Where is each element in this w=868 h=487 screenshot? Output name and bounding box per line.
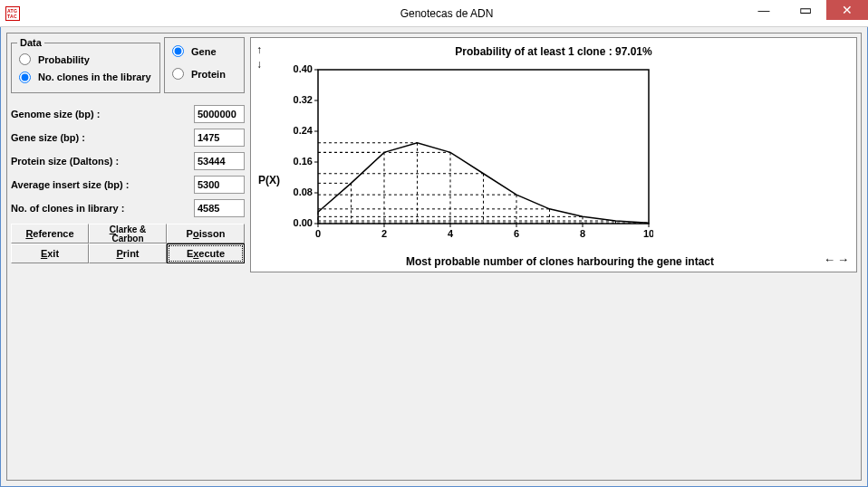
chart-title: Probability of at least 1 clone : 97.01% — [251, 45, 856, 58]
radio-protein-input[interactable] — [172, 68, 184, 80]
window-controls: — ▭ ✕ — [743, 0, 868, 20]
radio-probability[interactable]: Probability — [17, 52, 154, 67]
window-title: Genotecas de ADN — [25, 7, 868, 20]
no-clones-input[interactable] — [194, 199, 245, 217]
execute-button[interactable]: Execute — [167, 244, 245, 263]
close-button[interactable]: ✕ — [826, 0, 868, 20]
x-arrows[interactable]: ← → — [824, 253, 849, 266]
radio-gene[interactable]: Gene — [170, 43, 238, 59]
exit-button[interactable]: Exit — [11, 244, 89, 263]
arrow-left-icon[interactable]: ← — [824, 253, 835, 266]
radio-probability-input[interactable] — [19, 53, 31, 65]
svg-text:4: 4 — [448, 228, 454, 239]
x-axis-label: Most probable number of clones harbourin… — [291, 256, 829, 268]
titlebar: Genotecas de ADN — ▭ ✕ — [0, 0, 868, 27]
radio-no-clones[interactable]: No. clones in the library — [17, 67, 154, 87]
field-gene-size: Gene size (bp) : — [11, 126, 245, 149]
arrow-down-icon[interactable]: ↓ — [256, 58, 262, 71]
svg-text:8: 8 — [580, 228, 585, 239]
chart-plot: 0.000.080.160.240.320.400246810 — [291, 65, 653, 242]
radio-gene-input[interactable] — [172, 45, 184, 57]
maximize-button[interactable]: ▭ — [785, 0, 826, 20]
data-legend: Data — [17, 37, 44, 48]
radio-protein-label: Protein — [191, 69, 226, 80]
svg-text:10: 10 — [643, 228, 653, 239]
clarke-carbon-button[interactable]: Clarke &Carbon — [89, 224, 167, 244]
chart-panel: ↑ ↓ Probability of at least 1 clone : 97… — [250, 37, 857, 272]
genome-size-input[interactable] — [194, 105, 245, 123]
app-icon — [5, 6, 20, 21]
svg-text:6: 6 — [514, 228, 519, 239]
field-no-clones: No. of clones in library : — [11, 196, 245, 220]
inner-panel: Data Probability No. clones in the libra… — [6, 33, 862, 481]
radio-no-clones-label: No. clones in the library — [38, 72, 151, 82]
svg-text:0.24: 0.24 — [294, 125, 313, 136]
svg-text:0: 0 — [315, 228, 321, 239]
minimize-button[interactable]: — — [743, 0, 785, 20]
radio-protein[interactable]: Protein — [170, 66, 238, 81]
protein-size-label: Protein size (Daltons) : — [11, 156, 194, 167]
svg-text:0.40: 0.40 — [294, 65, 313, 74]
client-area: Data Probability No. clones in the libra… — [0, 27, 868, 487]
no-clones-label: No. of clones in library : — [11, 203, 194, 214]
reference-button[interactable]: Reference — [11, 224, 89, 244]
radio-gene-label: Gene — [191, 46, 217, 57]
svg-text:0.16: 0.16 — [294, 156, 313, 167]
avg-insert-input[interactable] — [194, 176, 245, 194]
data-groupbox: Data Probability No. clones in the libra… — [11, 37, 160, 93]
type-groupbox: Gene Protein — [164, 37, 245, 93]
svg-text:0.08: 0.08 — [294, 186, 313, 197]
y-axis-label: P(X) — [258, 174, 280, 186]
gene-size-input[interactable] — [194, 129, 245, 147]
field-genome-size: Genome size (bp) : — [11, 102, 245, 126]
input-fields: Genome size (bp) : Gene size (bp) : Prot… — [11, 102, 245, 220]
poisson-button[interactable]: Poisson — [167, 224, 245, 244]
svg-rect-0 — [318, 70, 649, 224]
print-button[interactable]: Print — [89, 244, 167, 263]
svg-text:0.32: 0.32 — [294, 94, 313, 105]
protein-size-input[interactable] — [194, 152, 245, 170]
radio-probability-label: Probability — [38, 54, 90, 65]
avg-insert-label: Average insert size (bp) : — [11, 179, 194, 190]
svg-text:0.00: 0.00 — [294, 217, 313, 228]
gene-size-label: Gene size (bp) : — [11, 132, 194, 143]
button-grid: Reference Clarke &Carbon Poisson Exit Pr… — [11, 224, 245, 263]
svg-text:2: 2 — [381, 228, 387, 239]
field-protein-size: Protein size (Daltons) : — [11, 149, 245, 173]
left-panel: Data Probability No. clones in the libra… — [11, 37, 245, 476]
field-avg-insert: Average insert size (bp) : — [11, 173, 245, 196]
genome-size-label: Genome size (bp) : — [11, 109, 194, 119]
arrow-right-icon[interactable]: → — [837, 253, 849, 266]
radio-no-clones-input[interactable] — [19, 72, 31, 83]
